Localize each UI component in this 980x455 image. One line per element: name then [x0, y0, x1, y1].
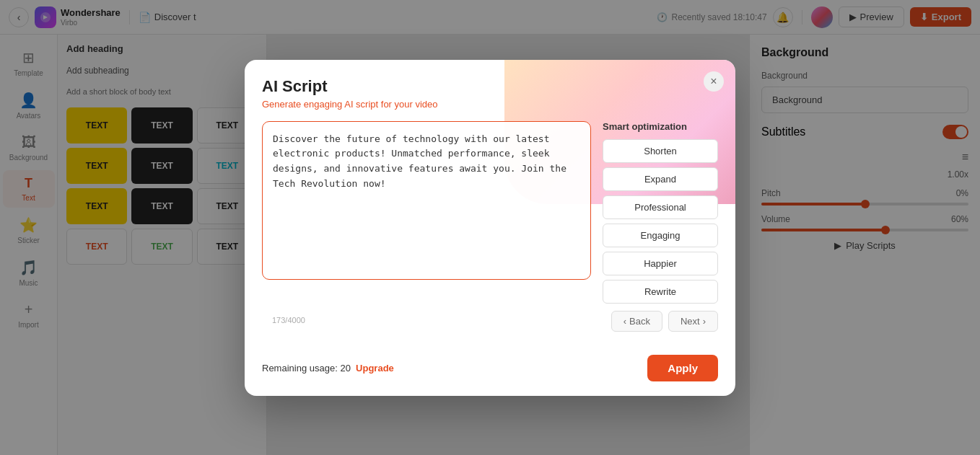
- modal-usage: Remaining usage: 20 Upgrade: [262, 363, 394, 374]
- modal-header: AI Script Generate engaging AI script fo…: [245, 60, 735, 110]
- smart-rewrite-button[interactable]: Rewrite: [603, 280, 718, 304]
- modal-title: AI Script: [262, 77, 718, 96]
- apply-button[interactable]: Apply: [647, 355, 718, 381]
- smart-professional-button[interactable]: Professional: [603, 195, 718, 219]
- modal-close-button[interactable]: ×: [704, 71, 724, 92]
- modal-subtitle: Generate engaging AI script for your vid…: [262, 99, 718, 110]
- back-button[interactable]: ‹ Back: [611, 311, 662, 332]
- upgrade-link[interactable]: Upgrade: [356, 363, 394, 374]
- smart-happier-button[interactable]: Happier: [603, 252, 718, 275]
- next-button[interactable]: Next ›: [668, 311, 718, 332]
- modal-textarea[interactable]: Discover the future of technology with o…: [262, 121, 591, 280]
- modal-body: Discover the future of technology with o…: [245, 110, 735, 346]
- char-count: 173/4000: [272, 316, 305, 324]
- back-chevron-icon: ‹: [624, 316, 626, 327]
- modal-footer: Remaining usage: 20 Upgrade Apply: [245, 346, 735, 396]
- smart-shorten-button[interactable]: Shorten: [603, 139, 718, 163]
- smart-optimization-title: Smart optimization: [603, 121, 718, 132]
- next-chevron-icon: ›: [703, 316, 706, 327]
- smart-optimization-panel: Smart optimization Shorten Expand Profes…: [603, 121, 718, 332]
- smart-expand-button[interactable]: Expand: [603, 167, 718, 191]
- smart-engaging-button[interactable]: Engaging: [603, 224, 718, 247]
- modal-overlay: × AI Script Generate engaging AI script …: [0, 0, 980, 455]
- modal: × AI Script Generate engaging AI script …: [245, 60, 735, 396]
- modal-nav: ‹ Back Next ›: [603, 311, 718, 332]
- modal-textarea-wrap: Discover the future of technology with o…: [262, 121, 591, 332]
